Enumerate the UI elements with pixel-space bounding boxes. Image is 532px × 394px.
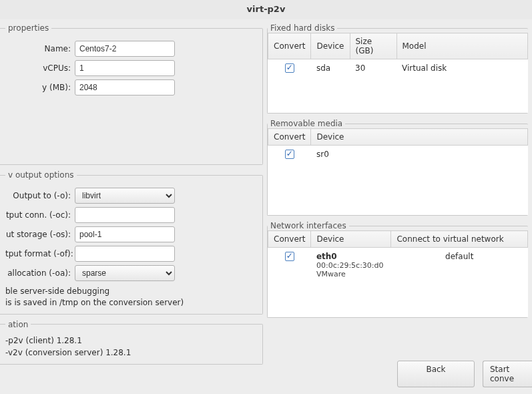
output-storage-label: ut storage (-os): — [5, 230, 75, 239]
cell-device: eth0 — [316, 252, 386, 261]
col-device[interactable]: Device — [311, 129, 528, 146]
properties-legend: properties — [5, 23, 51, 33]
network-interfaces-group: Network interfaces Convert Device Connec… — [267, 221, 528, 318]
debug-line1: ble server-side debugging — [5, 286, 257, 297]
output-options-group: v output options Output to (-o): libvirt… — [0, 170, 263, 315]
cell-vendor: VMware — [316, 270, 386, 278]
removable-media-table: Convert Device sr0 — [268, 128, 528, 165]
cell-connect: default — [391, 248, 528, 283]
cell-mac: 00:0c:29:5c:30:d0 — [316, 261, 386, 270]
convert-checkbox[interactable] — [285, 150, 294, 159]
back-button[interactable]: Back — [397, 361, 475, 387]
name-label: Name: — [5, 44, 75, 53]
output-alloc-select[interactable]: sparse — [75, 265, 175, 281]
fixed-disks-legend: Fixed hard disks — [268, 23, 337, 33]
col-convert[interactable]: Convert — [268, 129, 311, 146]
debug-line2: is is saved in /tmp on the conversion se… — [5, 297, 257, 309]
memory-label: y (MB): — [5, 83, 75, 92]
cell-size: 30 — [350, 59, 396, 79]
col-device[interactable]: Device — [311, 231, 391, 248]
col-model[interactable]: Model — [396, 33, 528, 59]
fixed-disks-table: Convert Device Size (GB) Model sda 30 Vi… — [268, 33, 528, 79]
table-row[interactable]: eth0 00:0c:29:5c:30:d0 VMware default — [268, 248, 528, 283]
output-conn-label: tput conn. (-oc): — [5, 210, 75, 220]
output-format-input[interactable] — [75, 246, 175, 262]
output-storage-input[interactable] — [75, 226, 175, 242]
cell-model: Virtual disk — [396, 59, 528, 79]
output-conn-input[interactable] — [75, 207, 175, 223]
convert-checkbox[interactable] — [285, 252, 294, 261]
vcpus-input[interactable] — [75, 60, 175, 76]
output-to-label: Output to (-o): — [5, 191, 75, 200]
col-convert[interactable]: Convert — [268, 33, 311, 59]
col-connect[interactable]: Connect to virtual network — [391, 231, 528, 248]
output-to-select[interactable]: libvirt — [75, 188, 175, 204]
start-conversion-button[interactable]: Start conve — [483, 361, 532, 387]
cell-device: sda — [311, 59, 350, 79]
network-interfaces-table: Convert Device Connect to virtual networ… — [268, 230, 528, 282]
col-device[interactable]: Device — [311, 33, 350, 59]
cell-device: sr0 — [311, 146, 528, 166]
info-client: -p2v (client) 1.28.1 — [5, 335, 257, 347]
window-title: virt-p2v — [0, 0, 532, 19]
information-legend: ation — [5, 320, 31, 329]
output-options-legend: v output options — [5, 170, 77, 180]
table-row[interactable]: sr0 — [268, 146, 528, 166]
col-convert[interactable]: Convert — [268, 231, 311, 248]
table-row[interactable]: sda 30 Virtual disk — [268, 59, 528, 79]
removable-media-legend: Removable media — [268, 119, 345, 128]
removable-media-group: Removable media Convert Device sr0 — [267, 119, 528, 216]
output-format-label: tput format (-of): — [5, 249, 75, 258]
info-server: -v2v (conversion server) 1.28.1 — [5, 347, 257, 359]
information-group: ation -p2v (client) 1.28.1 -v2v (convers… — [0, 320, 263, 365]
properties-group: properties Name: vCPUs: y (MB): — [0, 23, 263, 165]
convert-checkbox[interactable] — [285, 63, 294, 73]
memory-input[interactable] — [75, 79, 175, 95]
network-interfaces-legend: Network interfaces — [268, 221, 349, 230]
fixed-disks-group: Fixed hard disks Convert Device Size (GB… — [267, 23, 528, 114]
vcpus-label: vCPUs: — [5, 63, 75, 73]
col-size[interactable]: Size (GB) — [350, 33, 396, 59]
name-input[interactable] — [75, 41, 175, 57]
output-alloc-label: allocation (-oa): — [5, 268, 75, 278]
